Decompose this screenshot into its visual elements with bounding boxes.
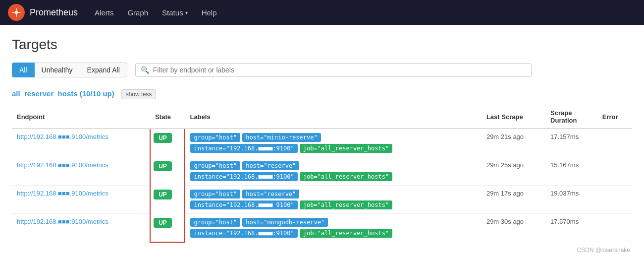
last-scrape-cell: 29m 30s ago (482, 214, 545, 242)
state-cell: UP (150, 186, 185, 214)
section-header: all_reserver_hosts (10/10 up) show less (12, 89, 632, 99)
label-tag: group="host" (190, 218, 240, 227)
endpoint-cell: http://192.168.■■■.9100/metrics (12, 186, 150, 214)
col-state: State (150, 105, 185, 129)
scrape-duration-cell: 19.037ms (545, 186, 597, 214)
brand-name: Prometheus (30, 7, 78, 18)
scrape-duration-cell: 17.570ms (545, 214, 597, 242)
filter-unhealthy-button[interactable]: Unhealthy (35, 63, 80, 77)
endpoint-cell: http://192.168.■■■:9100/metrics (12, 214, 150, 242)
search-icon: 🔍 (141, 66, 149, 74)
nav-graph[interactable]: Graph (122, 5, 153, 20)
endpoint-cell: http://192.168.■■■.9100/metrics (12, 129, 150, 157)
svg-point-1 (15, 11, 18, 14)
labels-cell: group="host"host="mongodb-reserve"instan… (185, 214, 481, 242)
label-tag: host="reserve" (242, 161, 299, 170)
filter-expand-all-button[interactable]: Expand All (80, 63, 127, 77)
endpoint-cell: http://192.168.■■■.9100/metrics (12, 157, 150, 186)
scrape-duration-cell: 15.167ms (545, 157, 597, 186)
nav-help[interactable]: Help (197, 5, 222, 20)
filter-buttons: All Unhealthy Expand All (12, 63, 127, 77)
table-row: http://192.168.■■■.9100/metricsUPgroup="… (12, 186, 632, 214)
state-badge: UP (154, 161, 172, 171)
col-last-scrape: Last Scrape (482, 105, 545, 129)
col-error: Error (597, 105, 632, 129)
label-tag: job="all_reserver_hosts" (300, 144, 392, 153)
error-cell (597, 214, 632, 242)
error-cell (597, 157, 632, 186)
last-scrape-cell: 29m 21s ago (482, 129, 545, 157)
label-tag: job="all_reserver_hosts" (300, 229, 392, 238)
label-tag: instance="192.168.■■■■:9100" (190, 172, 297, 181)
search-input[interactable] (153, 66, 526, 74)
chevron-down-icon: ▾ (185, 10, 188, 15)
targets-table: Endpoint State Labels Last Scrape Scrape… (12, 105, 632, 243)
brand: Prometheus (8, 4, 78, 21)
table-row: http://192.168.■■■:9100/metricsUPgroup="… (12, 214, 632, 242)
endpoint-link[interactable]: http://192.168.■■■.9100/metrics (17, 133, 108, 140)
label-tag: host="reserve" (242, 190, 299, 199)
labels-cell: group="host"host="reserve"instance="192.… (185, 157, 481, 186)
filter-bar: All Unhealthy Expand All 🔍 (12, 63, 632, 77)
state-badge: UP (154, 218, 172, 228)
label-tag: job="all_reserver_hosts" (300, 200, 392, 209)
error-cell (597, 129, 632, 157)
endpoint-link[interactable]: http://192.168.■■■.9100/metrics (17, 161, 108, 169)
last-scrape-cell: 29m 17s ago (482, 186, 545, 214)
last-scrape-cell: 29m 25s ago (482, 157, 545, 186)
table-row: http://192.168.■■■.9100/metricsUPgroup="… (12, 157, 632, 186)
nav-status-dropdown[interactable]: Status ▾ (157, 5, 193, 20)
section-title[interactable]: all_reserver_hosts (10/10 up) (12, 89, 114, 98)
state-badge: UP (154, 190, 172, 199)
label-tag: group="host" (190, 133, 240, 142)
label-tag: host="minio-reserve" (242, 133, 321, 142)
state-cell: UP (150, 214, 185, 242)
filter-all-button[interactable]: All (12, 63, 35, 77)
col-scrape-duration: ScrapeDuration (545, 105, 597, 129)
nav-alerts[interactable]: Alerts (90, 5, 118, 20)
label-tag: job="all_reserver_hosts" (300, 172, 392, 181)
show-less-button[interactable]: show less (121, 89, 157, 99)
main-content: Targets All Unhealthy Expand All 🔍 all_r… (0, 25, 644, 262)
watermark: CSDN @losersnake (12, 247, 632, 254)
labels-cell: group="host"host="reserve"instance="192.… (185, 186, 481, 214)
label-tag: instance="192.168.■■■■:9100" (190, 229, 297, 238)
endpoint-link[interactable]: http://192.168.■■■.9100/metrics (17, 190, 108, 197)
state-badge: UP (154, 133, 172, 143)
prometheus-logo-icon (8, 4, 25, 21)
navbar: Prometheus Alerts Graph Status ▾ Help (0, 0, 644, 25)
search-box: 🔍 (135, 63, 532, 77)
label-tag: instance="192.168.■■■■:9100" (190, 144, 297, 153)
col-labels: Labels (185, 105, 481, 129)
scrape-duration-cell: 17.157ms (545, 129, 597, 157)
label-tag: group="host" (190, 190, 240, 199)
col-endpoint: Endpoint (12, 105, 150, 129)
label-tag: group="host" (190, 161, 240, 170)
label-tag: instance="192.168.■■■■ 9100" (190, 200, 297, 209)
nav-status-label: Status (162, 8, 183, 17)
state-cell: UP (150, 129, 185, 157)
page-title: Targets (12, 37, 632, 53)
labels-cell: group="host"host="minio-reserve"instance… (185, 129, 481, 157)
endpoint-link[interactable]: http://192.168.■■■:9100/metrics (17, 218, 108, 225)
table-row: http://192.168.■■■.9100/metricsUPgroup="… (12, 129, 632, 157)
table-header-row: Endpoint State Labels Last Scrape Scrape… (12, 105, 632, 129)
state-cell: UP (150, 157, 185, 186)
error-cell (597, 186, 632, 214)
label-tag: host="mongodb-reserve" (242, 218, 328, 227)
